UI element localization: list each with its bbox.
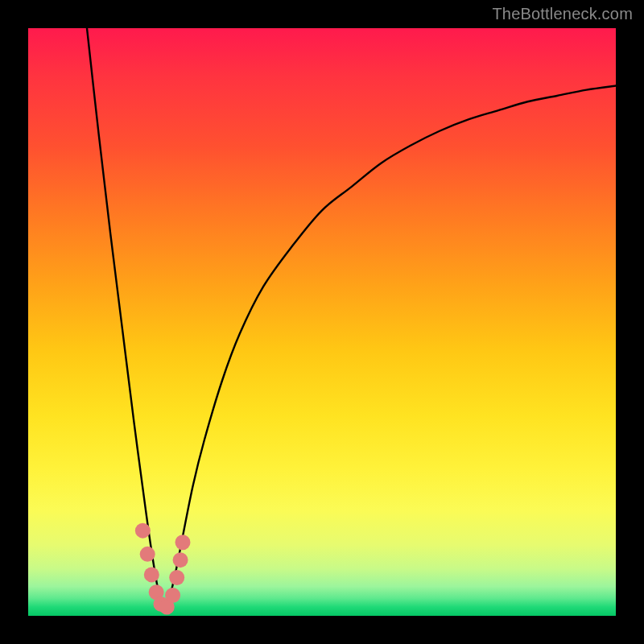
accent-dot (140, 547, 155, 562)
watermark-text: TheBottleneck.com (492, 5, 633, 23)
accent-dot (135, 523, 151, 539)
curve-svg (28, 28, 616, 616)
plot-area (28, 28, 616, 616)
accent-dot-group (135, 523, 191, 615)
chart-frame: TheBottleneck.com (0, 0, 644, 644)
accent-dot (165, 588, 180, 603)
accent-dot (144, 567, 159, 582)
accent-dot (169, 570, 184, 585)
accent-dot (173, 552, 188, 568)
accent-dot (175, 535, 190, 550)
bottleneck-curve (87, 28, 616, 610)
